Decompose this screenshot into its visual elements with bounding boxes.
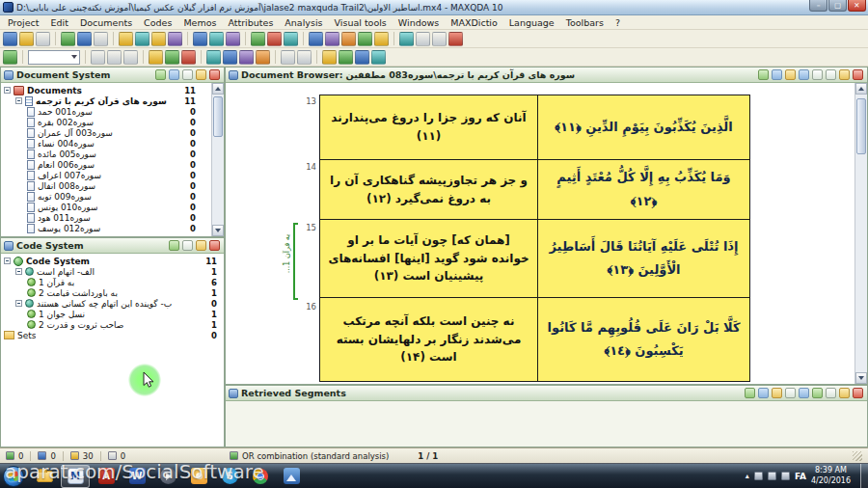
volume-icon[interactable] <box>781 472 790 480</box>
tree-item-document[interactable]: سوره009 توبه0 <box>1 191 211 202</box>
tree-item-code[interactable]: ب- گوینده این اتهام چه کسانی هستند0 <box>1 298 224 309</box>
menu-memos[interactable]: Memos <box>177 15 222 29</box>
arabic-verse-cell[interactable]: كَلَّا بَلْ رَانَ عَلَى قُلُوبِهِم مَّا … <box>538 298 749 381</box>
code-new-icon[interactable] <box>223 50 237 65</box>
taskbar-maxqda[interactable]: M <box>61 465 90 488</box>
tree-item-document[interactable]: سوره010 یونس0 <box>1 202 211 212</box>
float-icon[interactable] <box>182 69 193 80</box>
collapse-toggle[interactable] <box>4 87 11 94</box>
zoom-out-icon[interactable] <box>281 50 295 65</box>
zoom-in-icon[interactable] <box>297 50 312 65</box>
taskbar-skype[interactable]: S <box>215 465 244 488</box>
tree-item-code[interactable]: صاحب ثروت و قدرت 21 <box>1 319 224 330</box>
edit-mode-icon[interactable] <box>758 69 769 80</box>
taskbar-adobe-reader[interactable]: A <box>92 465 121 488</box>
hidden-icons-arrow[interactable]: ▴ <box>746 472 749 480</box>
activate-documents-icon[interactable] <box>251 32 265 46</box>
import-document-icon[interactable] <box>77 32 92 46</box>
language-indicator[interactable]: FA <box>795 472 806 481</box>
overview-coded-segments-icon[interactable] <box>135 32 149 46</box>
document-portrait-icon[interactable] <box>341 32 356 46</box>
persian-translation-cell[interactable]: و جز هر تجاوزپیشه گناهکاری آن را به دروغ… <box>320 160 538 219</box>
maximize-button[interactable]: ▢ <box>828 0 847 12</box>
highlight-magenta-icon[interactable] <box>181 50 196 65</box>
print-icon[interactable] <box>785 388 796 398</box>
overview-memos-icon[interactable] <box>151 32 166 46</box>
maximize-icon[interactable] <box>839 388 850 398</box>
underline-icon[interactable] <box>123 50 138 65</box>
new-document-group-icon[interactable] <box>61 32 75 46</box>
show-desktop-button[interactable] <box>860 464 868 488</box>
collapse-toggle[interactable] <box>15 268 22 275</box>
collapse-toggle[interactable] <box>15 300 22 307</box>
float-icon[interactable] <box>826 388 836 398</box>
tree-item-code[interactable]: الف- اتهام است1 <box>1 266 224 277</box>
close-icon[interactable] <box>853 69 863 80</box>
new-project-icon[interactable] <box>3 32 17 46</box>
taskbar-media-player[interactable] <box>153 465 182 488</box>
tree-item-document[interactable]: سوره007 اعراف0 <box>1 170 211 180</box>
coding-stripe-label[interactable]: به قرآن 1... <box>283 207 292 300</box>
collapse-toggle[interactable] <box>15 97 22 104</box>
action-center-icon[interactable] <box>754 472 763 480</box>
menu-windows[interactable]: Windows <box>393 15 445 29</box>
start-button[interactable] <box>3 466 24 487</box>
tree-item-sets[interactable]: Sets0 <box>1 330 224 340</box>
save-project-icon[interactable] <box>36 32 50 46</box>
float-icon[interactable] <box>182 240 193 251</box>
menu-toolbars[interactable]: Toolbars <box>560 15 610 29</box>
new-group-icon[interactable] <box>169 69 179 80</box>
search-in-document-icon[interactable] <box>355 50 369 65</box>
code-in-vivo-icon[interactable] <box>239 50 254 65</box>
close-icon[interactable] <box>209 240 220 251</box>
resize-grip[interactable] <box>853 451 862 461</box>
edit-mode-icon[interactable] <box>3 50 17 65</box>
memo-manager-icon[interactable] <box>119 32 133 46</box>
menu-language[interactable]: Language <box>503 15 560 29</box>
reset-activation-icon[interactable] <box>267 32 282 46</box>
coding-stripes-icon[interactable] <box>339 50 353 65</box>
word-cloud-icon[interactable] <box>374 32 389 46</box>
menu-documents[interactable]: Documents <box>74 15 138 29</box>
scroll-thumb[interactable] <box>213 96 223 137</box>
overview-icon[interactable] <box>758 388 769 398</box>
print-document-icon[interactable] <box>94 32 108 46</box>
arabic-verse-cell[interactable]: الَّذِينَ يُكَذِّبُونَ بِيَوْمِ الدِّينِ… <box>538 95 749 159</box>
tree-item-document[interactable]: سوره001 حمد0 <box>1 106 211 117</box>
persian-translation-cell[interactable]: نه چنین است بلکه آنچه مرتکب می‌شدند زنگا… <box>320 298 538 381</box>
highlight-green-icon[interactable] <box>165 50 179 65</box>
persian-translation-cell[interactable]: آنان که روز جزا را دروغ می‌پندارند (۱۱) <box>320 95 538 159</box>
taskbar-image-editor[interactable] <box>277 465 306 488</box>
bold-icon[interactable] <box>91 50 105 65</box>
maxmaps-icon[interactable] <box>309 32 323 46</box>
emoticode-icon[interactable] <box>256 50 270 65</box>
highlight-yellow-icon[interactable] <box>149 50 163 65</box>
export-icon[interactable] <box>772 388 782 398</box>
menu-codes[interactable]: Codes <box>138 15 177 29</box>
overview-links-icon[interactable] <box>168 32 182 46</box>
taskbar-word[interactable]: W <box>122 465 151 488</box>
arabic-verse-cell[interactable]: إِذَا تُتْلَى عَلَيْهِ آيَاتُنَا قَالَ أ… <box>538 220 749 297</box>
persian-translation-cell[interactable]: [همان که] چون آیات ما بر او خوانده شود گ… <box>320 220 538 297</box>
maximize-icon[interactable] <box>196 240 206 251</box>
scroll-thumb[interactable] <box>856 98 866 154</box>
close-icon[interactable] <box>209 69 220 80</box>
arabic-verse-cell[interactable]: وَمَا يُكَذِّبُ بِهِ إِلَّا كُلُّ مُعْتَ… <box>538 160 749 219</box>
complex-search-icon[interactable] <box>226 32 240 46</box>
scroll-down-arrow[interactable] <box>855 372 867 384</box>
tree-item-document[interactable]: سوره002 بقره0 <box>1 117 211 127</box>
taskbar-clock[interactable]: 8:39 AM 4/20/2016 <box>811 466 851 486</box>
menu-project[interactable]: Project <box>2 15 45 29</box>
font-combo[interactable] <box>28 50 80 65</box>
menu-edit[interactable]: Edit <box>45 15 74 29</box>
bookmark-icon[interactable] <box>785 69 796 80</box>
text-search-icon[interactable] <box>193 32 207 46</box>
taskbar-photo-viewer[interactable] <box>184 465 213 488</box>
word-icon[interactable] <box>799 388 809 398</box>
taskbar-windows-explorer[interactable] <box>30 465 59 488</box>
tree-item-code[interactable]: نسل جوان 11 <box>1 309 224 319</box>
visual-tools-icon[interactable] <box>325 32 339 46</box>
tree-item-document[interactable]: سوره004 نساء0 <box>1 138 211 149</box>
bookmark-icon[interactable] <box>322 50 337 65</box>
document-system-scrollbar[interactable] <box>211 83 224 236</box>
